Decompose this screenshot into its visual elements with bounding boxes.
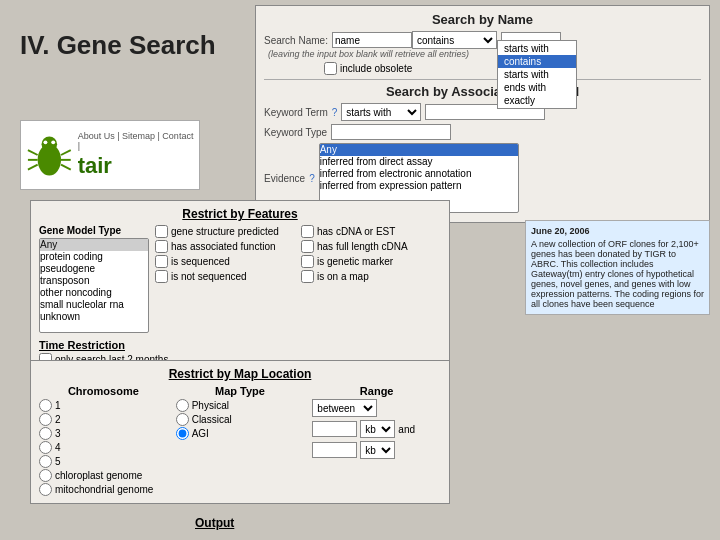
range-and-label: and [398,424,415,435]
checkboxes-col1: gene structure predicted has associated … [155,225,295,333]
search-name-input[interactable] [332,32,412,48]
chr-2-label: 2 [55,414,61,425]
map-agi-radio: AGI [176,427,305,440]
cb-gene-structure-label: gene structure predicted [171,226,279,237]
cb-on-map-label: is on a map [317,271,369,282]
cb-on-map: is on a map [301,270,441,283]
keyword-term-help-icon[interactable]: ? [332,107,338,118]
cb-not-sequenced-input[interactable] [155,270,168,283]
map-physical-input[interactable] [176,399,189,412]
search-by-name-title: Search by Name [264,12,701,27]
search-by-keyword-title: Search by Associated Keyword [264,84,701,99]
gene-model-label: Gene Model Type [39,225,149,236]
range-to-unit-select[interactable]: kb bp Mb [360,441,395,459]
chr-1-label: 1 [55,400,61,411]
chr-chloroplast-input[interactable] [39,469,52,482]
features-title: Restrict by Features [39,207,441,221]
slide-title: IV. Gene Search [20,30,216,61]
cb-gene-structure-input[interactable] [155,225,168,238]
map-classical-radio: Classical [176,413,305,426]
gene-model-type-col: Gene Model Type Any protein coding pseud… [39,225,149,333]
cb-genetic-marker-input[interactable] [301,255,314,268]
chr-mitochondrial-radio: mitochondrial genome [39,483,168,496]
keyword-type-input[interactable] [331,124,451,140]
news-date: June 20, 2006 [531,226,704,236]
chr-5-input[interactable] [39,455,52,468]
include-obsolete-checkbox[interactable] [324,62,337,75]
dropdown-item-ends-with[interactable]: ends with [498,81,576,94]
cb-sequenced: is sequenced [155,255,295,268]
range-values-row: kb bp Mb and [312,420,441,438]
chr-2-radio: 2 [39,413,168,426]
range-label: Range [312,385,441,397]
chr-4-input[interactable] [39,441,52,454]
svg-line-2 [28,150,38,155]
keyword-type-row: Keyword Type [264,124,701,140]
chr-mitochondrial-input[interactable] [39,483,52,496]
cb-full-length-cdna-input[interactable] [301,240,314,253]
keyword-type-label: Keyword Type [264,127,327,138]
chr-4-radio: 4 [39,441,168,454]
tair-logo: About Us | Sitemap | Contact | tair [20,120,200,190]
map-physical-radio: Physical [176,399,305,412]
cb-assoc-function-label: has associated function [171,241,276,252]
checkboxes-col2: has cDNA or EST has full length cDNA is … [301,225,441,333]
cb-sequenced-label: is sequenced [171,256,230,267]
evidence-label: Evidence [264,173,305,184]
output-label: Output [195,516,234,530]
cb-cdna-input[interactable] [301,225,314,238]
time-restriction-title: Time Restriction [39,339,441,351]
news-panel: June 20, 2006 A new collection of ORF cl… [525,220,710,315]
map-agi-input[interactable] [176,427,189,440]
keyword-term-row: Keyword Term ? starts with [264,103,701,121]
range-from-unit-select[interactable]: kb bp Mb [360,420,395,438]
svg-line-7 [61,165,71,170]
cb-sequenced-input[interactable] [155,255,168,268]
cb-genetic-marker: is genetic marker [301,255,441,268]
chr-3-input[interactable] [39,427,52,440]
cb-assoc-function: has associated function [155,240,295,253]
dropdown-item-exactly[interactable]: exactly [498,94,576,107]
tair-nav: About Us | Sitemap | Contact | [78,131,195,151]
dropdown-item-starts-with[interactable]: starts with [498,42,576,55]
keyword-type-select[interactable]: starts with [341,103,421,121]
svg-point-8 [43,140,47,144]
range-from-input[interactable] [312,421,357,437]
cb-on-map-input[interactable] [301,270,314,283]
cb-not-sequenced-label: is not sequenced [171,271,247,282]
cb-genetic-marker-label: is genetic marker [317,256,393,267]
range-col: Range between exactly kb bp Mb and [312,385,441,497]
svg-line-4 [28,165,38,170]
map-panel: Restrict by Map Location Chromosome 1 2 … [30,360,450,504]
chr-chloroplast-label: chloroplast genome [55,470,142,481]
chr-5-label: 5 [55,456,61,467]
chr-1-input[interactable] [39,399,52,412]
chr-3-label: 3 [55,428,61,439]
divider1 [264,79,701,80]
gene-model-select[interactable]: Any protein coding pseudogene transposon… [39,238,149,333]
map-title: Restrict by Map Location [39,367,441,381]
evidence-help-icon[interactable]: ? [309,173,315,184]
chr-2-input[interactable] [39,413,52,426]
search-by-name-panel: Search by Name Search Name: starts with … [255,5,710,223]
range-type-select[interactable]: between exactly [312,399,377,417]
range-to-input[interactable] [312,442,357,458]
chr-chloroplast-radio: chloroplast genome [39,469,168,482]
cb-cdna: has cDNA or EST [301,225,441,238]
cb-assoc-function-input[interactable] [155,240,168,253]
dropdown-item-starts-with2[interactable]: starts with [498,68,576,81]
svg-line-5 [61,150,71,155]
search-name-hint: (leaving the input box blank will retrie… [268,49,469,59]
map-grid: Chromosome 1 2 3 4 5 chloroplast genome … [39,385,441,497]
dropdown-item-contains[interactable]: contains [498,55,576,68]
chr-4-label: 4 [55,442,61,453]
tair-logo-text: tair [78,153,195,179]
map-classical-input[interactable] [176,413,189,426]
map-physical-label: Physical [192,400,229,411]
include-obsolete-label: include obsolete [340,63,412,74]
chr-1-radio: 1 [39,399,168,412]
range-row: between exactly [312,399,441,417]
search-name-row: Search Name: starts with contains ends w… [264,31,701,59]
cb-full-length-cdna-label: has full length cDNA [317,241,408,252]
search-name-type-select[interactable]: starts with contains ends with exactly [412,31,497,49]
